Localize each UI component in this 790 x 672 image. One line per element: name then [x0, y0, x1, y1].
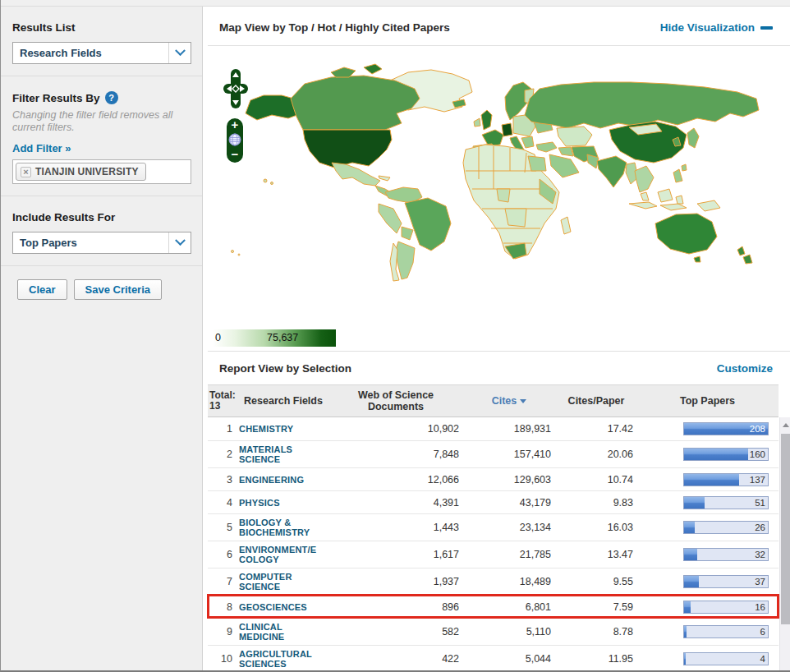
wos-documents-value: 1,617 [329, 549, 462, 560]
wos-documents-value: 7,848 [329, 449, 462, 460]
field-link[interactable]: BIOLOGY &BIOCHEMISTRY [239, 518, 329, 537]
cites-per-paper-value: 7.59 [556, 601, 636, 613]
window-top-strip [1, 0, 790, 7]
help-icon[interactable]: ? [105, 91, 118, 104]
collapse-minus-icon[interactable] [760, 26, 773, 30]
active-filters-box: × TIANJIN UNIVERSITY [12, 159, 191, 184]
field-link[interactable]: CLINICALMEDICINE [239, 622, 329, 642]
country-kazakhstan [557, 127, 592, 146]
country-uk [481, 110, 492, 130]
country-russia [525, 82, 759, 128]
legend-max-value: 75,637 [267, 332, 298, 343]
country-balkans [521, 136, 534, 148]
country-ireland [474, 118, 480, 127]
table-row[interactable]: 7 COMPUTERSCIENCE 1,937 18,489 9.55 37 [208, 568, 779, 595]
country-turkey [536, 142, 557, 152]
scrollbar-thumb[interactable] [781, 434, 790, 624]
zoom-in-button[interactable]: + [232, 119, 239, 131]
report-view-title: Report View by Selection [219, 362, 351, 375]
table-row[interactable]: 5 BIOLOGY &BIOCHEMISTRY 1,443 23,134 16.… [208, 513, 779, 541]
cites-per-paper-value: 8.78 [556, 626, 636, 637]
field-link[interactable]: MATERIALSSCIENCE [239, 444, 329, 464]
save-criteria-button[interactable]: Save Criteria [74, 279, 163, 300]
cites-value: 189,931 [462, 423, 556, 435]
table-row[interactable]: 9 CLINICALMEDICINE 582 5,110 8.78 6 [208, 618, 779, 645]
field-link[interactable]: COMPUTERSCIENCE [239, 572, 329, 591]
country-brazil [405, 198, 451, 251]
field-link[interactable]: PHYSICS [239, 498, 329, 508]
column-header-cites[interactable]: Cites [462, 395, 556, 407]
country-canada [291, 76, 420, 130]
table-scrollbar[interactable] [779, 417, 790, 672]
cites-per-paper-value: 9.55 [556, 576, 636, 587]
table-row[interactable]: 10 AGRICULTURALSCIENCES 422 5,044 11.95 … [208, 645, 779, 672]
cites-per-paper-value: 20.06 [556, 449, 636, 460]
country-peru [379, 204, 402, 233]
map-pan-control[interactable] [223, 69, 248, 108]
customize-link[interactable]: Customize [717, 362, 773, 375]
table-row[interactable]: 1 CHEMISTRY 10,902 189,931 17.42 208 [208, 417, 779, 440]
field-link[interactable]: GEOSCIENCES [239, 602, 329, 612]
country-indonesia [629, 202, 657, 209]
cites-per-paper-value: 11.95 [556, 653, 636, 665]
cites-value: 43,179 [462, 497, 556, 509]
top-papers-bar: 4 [683, 652, 769, 665]
results-list-dropdown-toggle[interactable] [168, 43, 191, 63]
top-papers-bar: 26 [683, 521, 769, 534]
cites-value: 18,489 [462, 576, 556, 587]
include-results-dropdown-toggle[interactable] [168, 232, 191, 253]
country-india [597, 156, 627, 187]
country-drc [505, 209, 526, 227]
country-argentina [396, 242, 415, 279]
wos-documents-value: 1,937 [329, 576, 462, 587]
cites-per-paper-value: 16.03 [556, 522, 636, 533]
clear-button[interactable]: Clear [17, 279, 67, 300]
cites-value: 157,410 [462, 449, 556, 460]
table-row[interactable]: 6 ENVIRONMENT/ECOLOGY 1,617 21,785 13.47… [208, 541, 779, 568]
cites-value: 6,801 [462, 601, 556, 613]
filter-note: Changing the filter field removes all cu… [12, 109, 191, 134]
wos-documents-value: 582 [329, 626, 462, 637]
country-new-guinea [697, 200, 720, 211]
country-thailand-vietnam [635, 166, 654, 192]
column-header-research-fields[interactable]: Research Fields [237, 395, 329, 407]
table-row[interactable]: 2 MATERIALSSCIENCE 7,848 157,410 20.06 1… [208, 440, 779, 467]
filter-results-section: Filter Results By ? Changing the filter … [1, 76, 202, 196]
total-count: Total: 13 [208, 390, 237, 412]
row-rank: 6 [208, 549, 237, 560]
world-map[interactable] [208, 48, 790, 337]
field-link[interactable]: ENGINEERING [239, 475, 329, 485]
table-header-row: Total: 13 Research Fields Web of Science… [208, 384, 779, 417]
filter-results-heading: Filter Results By [12, 92, 100, 104]
map-view-title: Map View by Top / Hot / Highly Cited Pap… [219, 21, 450, 34]
results-list-dropdown[interactable]: Research Fields [12, 42, 191, 64]
scrollbar-up-button[interactable] [780, 417, 790, 432]
country-tasmania [694, 256, 700, 262]
column-header-top-papers[interactable]: Top Papers [636, 395, 779, 407]
table-row[interactable]: 4 PHYSICS 4,391 43,179 9.83 51 [208, 490, 779, 513]
map-zoom-control: + − [227, 118, 243, 163]
include-results-heading: Include Results For [12, 211, 191, 223]
results-list-selected-value: Research Fields [13, 47, 102, 59]
column-header-wos-documents[interactable]: Web of Science Documents [329, 389, 462, 412]
country-nigeria [497, 189, 510, 202]
row-rank: 2 [208, 449, 237, 460]
add-filter-link[interactable]: Add Filter » [12, 142, 71, 154]
zoom-out-button[interactable]: − [232, 149, 239, 160]
scrollbar-up-icon [783, 423, 789, 427]
row-rank: 3 [208, 474, 237, 486]
field-link[interactable]: CHEMISTRY [239, 424, 329, 434]
field-link[interactable]: ENVIRONMENT/ECOLOGY [239, 545, 329, 564]
column-header-cites-per-paper[interactable]: Cites/Paper [556, 395, 636, 407]
table-row[interactable]: 3 ENGINEERING 12,066 129,603 10.74 137 [208, 467, 779, 490]
wos-documents-value: 422 [329, 653, 462, 665]
remove-filter-icon[interactable]: × [21, 167, 31, 177]
globe-icon[interactable] [228, 133, 241, 146]
include-results-dropdown[interactable]: Top Papers [12, 232, 191, 254]
wos-documents-value: 12,066 [329, 474, 462, 486]
chevron-down-icon [175, 235, 186, 246]
hide-visualization-link[interactable]: Hide Visualization [660, 21, 755, 34]
field-link[interactable]: AGRICULTURALSCIENCES [239, 649, 329, 669]
wos-documents-value: 4,391 [329, 497, 462, 509]
table-row-highlighted[interactable]: 8 GEOSCIENCES 896 6,801 7.59 16 [208, 595, 779, 618]
